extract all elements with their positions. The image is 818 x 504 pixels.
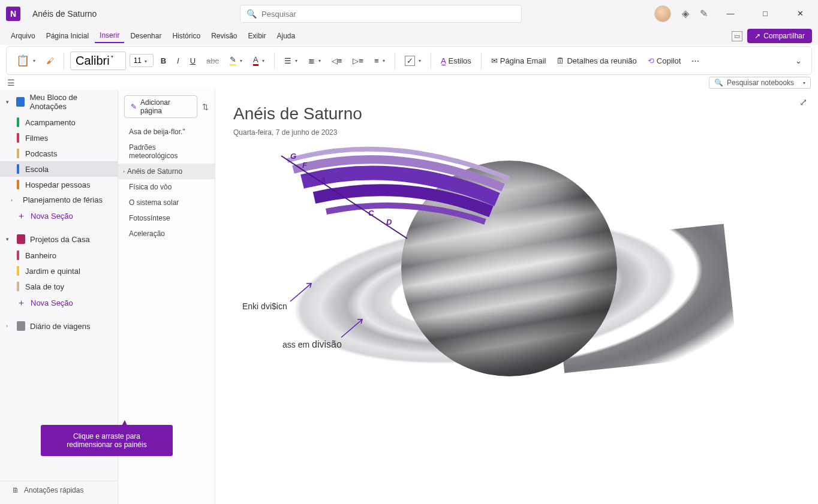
outdent-button[interactable]: ◁≡	[328, 54, 346, 68]
email-page-button[interactable]: ✉ Página Email	[488, 54, 550, 68]
section-label: Banheiro	[25, 251, 56, 260]
sort-icon[interactable]: ⇅	[202, 102, 209, 111]
highlight-button[interactable]: ✎▾	[226, 53, 246, 68]
page-label: Física do vôo	[129, 183, 172, 191]
bold-button[interactable]: B	[157, 54, 170, 68]
meeting-label: Detalhes da reunião	[567, 56, 636, 65]
add-page-button[interactable]: ✎ Adicionar página	[124, 95, 197, 118]
section-hospedar[interactable]: Hospedar pessoas	[0, 177, 118, 192]
quick-notes-button[interactable]: 🗎 Anotações rápidas	[0, 481, 118, 499]
annotation-1: Enki dvi$icn	[242, 301, 287, 311]
section-swatch	[17, 266, 19, 276]
format-painter-button[interactable]: 🖌	[43, 54, 58, 68]
add-section-button[interactable]: ＋Nova Seção	[0, 294, 118, 312]
section-jardim[interactable]: Jardim e quintal	[0, 263, 118, 279]
main-area: ▾ Meu Bloco de Anotações Acampamento Fil…	[0, 89, 818, 504]
share-icon: ↗	[754, 32, 760, 40]
font-name: Calibri	[76, 54, 110, 67]
menu-arquivo[interactable]: Arquivo	[6, 29, 40, 43]
share-button[interactable]: ↗ Compartilhar	[747, 29, 812, 43]
page-item[interactable]: Padrões meteorológicos	[118, 140, 215, 164]
section-banheiro[interactable]: Banheiro	[0, 248, 118, 263]
section-filmes[interactable]: Filmes	[0, 130, 118, 146]
wand-icon[interactable]: ✎	[700, 8, 708, 19]
section-swatch	[17, 133, 19, 143]
copilot-button[interactable]: ⟲ Copilot	[644, 54, 684, 68]
notebook-row[interactable]: ▾ Meu Bloco de Anotações	[0, 89, 118, 114]
bullets-button[interactable]: ☰▾	[281, 54, 301, 68]
search-input[interactable]	[261, 10, 515, 19]
page-label: Padrões meteorológicos	[129, 143, 204, 160]
page-item[interactable]: O sistema solar	[118, 195, 215, 210]
align-button[interactable]: ≡▾	[371, 54, 389, 68]
menu-historico[interactable]: Histórico	[167, 29, 205, 43]
avatar[interactable]	[654, 5, 671, 22]
presentation-icon[interactable]: ▭	[732, 31, 742, 41]
underline-button[interactable]: U	[187, 54, 199, 68]
svg-line-2	[341, 319, 362, 337]
page-item[interactable]: Aceleração	[118, 226, 215, 242]
section-label: Filmes	[25, 134, 48, 143]
notebook-search[interactable]: 🔍 Pesquisar notebooks ▾	[709, 77, 811, 89]
section-sala-toy[interactable]: Sala de toy	[0, 279, 118, 294]
menu-inserir[interactable]: Inserir	[95, 29, 124, 43]
saturn-diagram: G F A B C D Enki dvi$icn ass em divisão	[245, 149, 725, 436]
todo-button[interactable]: ✓▾	[401, 53, 425, 68]
menu-ajuda[interactable]: Ajuda	[272, 29, 300, 43]
page-item[interactable]: Asa de beija-flor."	[118, 124, 215, 140]
section-label: Planejamento de férias	[23, 195, 103, 204]
diamond-icon[interactable]: ◈	[682, 8, 689, 19]
ribbon-collapse[interactable]: ⌄	[792, 54, 805, 68]
font-size-select[interactable]: 11 ▾	[130, 54, 154, 67]
hamburger-icon[interactable]: ☰	[7, 78, 15, 87]
styles-label: Estilos	[449, 56, 471, 65]
search-box[interactable]: 🔍	[240, 5, 522, 23]
section-swatch	[17, 251, 19, 260]
section-acampamento[interactable]: Acampamento	[0, 114, 118, 130]
section-swatch	[17, 282, 19, 291]
menu-desenhar[interactable]: Desenhar	[125, 29, 166, 43]
page-label: Anéis de Saturno	[127, 167, 182, 176]
close-button[interactable]: ✕	[788, 9, 812, 18]
section-label: Podcasts	[25, 149, 57, 158]
menu-revisao[interactable]: Revisão	[206, 29, 242, 43]
section-label: Escola	[25, 165, 49, 174]
notebook-row[interactable]: ▾ Projetos da Casa	[0, 231, 118, 248]
add-section-button[interactable]: ＋Nova Seção	[0, 207, 118, 225]
meeting-details-button[interactable]: 🗓 Detalhes da reunião	[553, 54, 640, 68]
page-item[interactable]: Física do vôo	[118, 179, 215, 195]
minimize-button[interactable]: —	[718, 9, 742, 18]
menu-pagina-inicial[interactable]: Página Inicial	[41, 29, 94, 43]
saturn-planet	[401, 161, 617, 376]
font-color-button[interactable]: A▾	[249, 53, 268, 68]
ribbon-overflow[interactable]: ⋯	[688, 54, 703, 68]
section-escola[interactable]: Escola	[0, 161, 118, 177]
section-podcasts[interactable]: Podcasts	[0, 146, 118, 161]
page-item[interactable]: Fotossíntese	[118, 210, 215, 226]
window-title: Anéis de Saturno	[32, 9, 97, 19]
ring-label-b: B	[344, 191, 350, 200]
numbering-button[interactable]: ≣▾	[305, 54, 324, 68]
page-content[interactable]: ⤢ Anéis de Saturno Quarta-feira, 7 de ju…	[215, 89, 818, 504]
expand-icon[interactable]: ⤢	[799, 96, 807, 108]
page-title[interactable]: Anéis de Saturno	[233, 104, 800, 123]
page-item[interactable]: ›Anéis de Saturno	[118, 164, 215, 179]
copilot-label: Copilot	[657, 56, 681, 65]
indent-button[interactable]: ▷≡	[349, 54, 367, 68]
svg-line-1	[290, 283, 311, 301]
ring-label-a: A	[320, 176, 326, 185]
strikethrough-button[interactable]: abc	[203, 54, 222, 68]
section-label: Sala de toy	[25, 282, 64, 291]
menu-exibir[interactable]: Exibir	[243, 29, 271, 43]
notebook-icon	[16, 97, 25, 107]
font-select[interactable]: Calibri▾	[70, 52, 126, 70]
italic-button[interactable]: I	[173, 54, 183, 68]
paste-button[interactable]: 📋▾	[13, 52, 39, 70]
styles-button[interactable]: A̲ Estilos	[437, 54, 475, 68]
section-swatch	[17, 180, 19, 189]
section-planejamento[interactable]: ›Planejamento de férias	[0, 192, 118, 207]
notebook-row[interactable]: › Diário de viagens	[0, 318, 118, 334]
ring-label-g: G	[290, 152, 296, 161]
page-label: O sistema solar	[129, 198, 179, 207]
maximize-button[interactable]: □	[753, 9, 777, 18]
